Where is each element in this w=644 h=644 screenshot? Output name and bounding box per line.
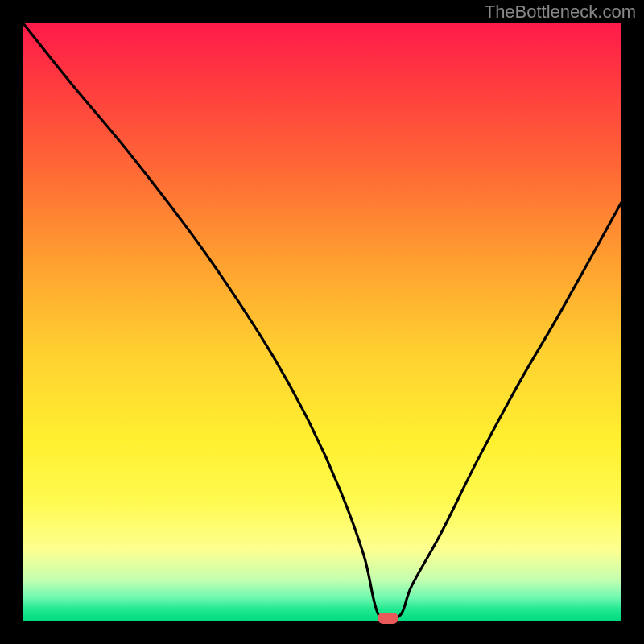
chart-curve [23, 23, 621, 621]
chart-marker [378, 613, 398, 624]
chart-plot-area [23, 23, 621, 621]
watermark-text: TheBottleneck.com [485, 2, 636, 23]
